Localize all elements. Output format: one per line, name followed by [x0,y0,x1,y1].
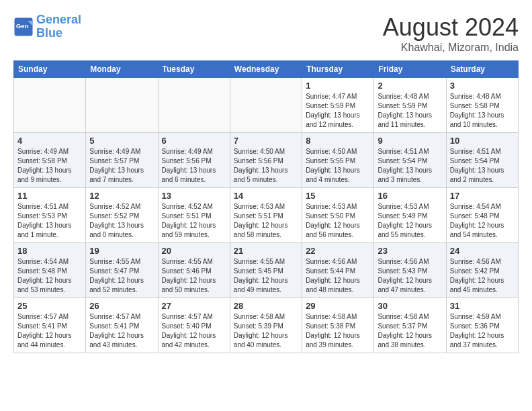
day-info: Sunrise: 4:57 AM Sunset: 5:40 PM Dayligh… [162,312,226,350]
day-number: 10 [450,136,515,146]
logo: Gen General Blue [13,13,81,40]
day-info: Sunrise: 4:50 AM Sunset: 5:56 PM Dayligh… [234,147,298,185]
day-info: Sunrise: 4:54 AM Sunset: 5:48 PM Dayligh… [17,257,82,295]
day-number: 28 [234,301,298,311]
day-info: Sunrise: 4:49 AM Sunset: 5:56 PM Dayligh… [162,147,226,185]
calendar-cell: 27Sunrise: 4:57 AM Sunset: 5:40 PM Dayli… [158,298,230,353]
day-info: Sunrise: 4:55 AM Sunset: 5:45 PM Dayligh… [234,257,298,295]
calendar-cell: 3Sunrise: 4:48 AM Sunset: 5:58 PM Daylig… [446,78,518,133]
logo-icon: Gen [13,17,34,37]
day-info: Sunrise: 4:52 AM Sunset: 5:51 PM Dayligh… [162,202,226,240]
calendar-cell: 24Sunrise: 4:56 AM Sunset: 5:42 PM Dayli… [446,243,518,298]
day-info: Sunrise: 4:58 AM Sunset: 5:38 PM Dayligh… [306,312,370,350]
weekday-header-thursday: Thursday [302,61,374,78]
day-number: 25 [17,301,82,311]
weekday-header-monday: Monday [86,61,158,78]
day-number: 1 [306,81,370,91]
day-info: Sunrise: 4:56 AM Sunset: 5:44 PM Dayligh… [306,257,370,295]
day-number: 5 [89,136,154,146]
day-info: Sunrise: 4:54 AM Sunset: 5:48 PM Dayligh… [450,202,515,240]
week-row-3: 11Sunrise: 4:51 AM Sunset: 5:53 PM Dayli… [14,188,519,243]
day-number: 12 [89,191,154,201]
day-number: 11 [17,191,82,201]
calendar-cell: 12Sunrise: 4:52 AM Sunset: 5:52 PM Dayli… [86,188,158,243]
day-info: Sunrise: 4:49 AM Sunset: 5:58 PM Dayligh… [17,147,82,185]
calendar-cell: 21Sunrise: 4:55 AM Sunset: 5:45 PM Dayli… [230,243,302,298]
day-info: Sunrise: 4:58 AM Sunset: 5:37 PM Dayligh… [378,312,442,350]
day-number: 31 [450,301,515,311]
day-number: 16 [378,191,442,201]
weekday-header-saturday: Saturday [446,61,518,78]
calendar-cell [230,78,302,133]
calendar-cell: 15Sunrise: 4:53 AM Sunset: 5:50 PM Dayli… [302,188,374,243]
month-year-title: August 2024 [383,13,519,42]
day-info: Sunrise: 4:55 AM Sunset: 5:46 PM Dayligh… [162,257,226,295]
calendar-cell: 10Sunrise: 4:51 AM Sunset: 5:54 PM Dayli… [446,133,518,188]
day-number: 29 [306,301,370,311]
calendar-cell: 13Sunrise: 4:52 AM Sunset: 5:51 PM Dayli… [158,188,230,243]
calendar-cell [86,78,158,133]
day-info: Sunrise: 4:53 AM Sunset: 5:51 PM Dayligh… [234,202,298,240]
day-info: Sunrise: 4:48 AM Sunset: 5:58 PM Dayligh… [450,92,515,130]
weekday-header-tuesday: Tuesday [158,61,230,78]
calendar-cell: 19Sunrise: 4:55 AM Sunset: 5:47 PM Dayli… [86,243,158,298]
calendar-cell: 25Sunrise: 4:57 AM Sunset: 5:41 PM Dayli… [14,298,86,353]
day-info: Sunrise: 4:49 AM Sunset: 5:57 PM Dayligh… [89,147,154,185]
day-info: Sunrise: 4:55 AM Sunset: 5:47 PM Dayligh… [89,257,154,295]
calendar-cell: 8Sunrise: 4:50 AM Sunset: 5:55 PM Daylig… [302,133,374,188]
title-section: August 2024 Khawhai, Mizoram, India [383,13,519,54]
day-number: 17 [450,191,515,201]
calendar-table: SundayMondayTuesdayWednesdayThursdayFrid… [13,60,519,353]
day-info: Sunrise: 4:52 AM Sunset: 5:52 PM Dayligh… [89,202,154,240]
calendar-cell: 9Sunrise: 4:51 AM Sunset: 5:54 PM Daylig… [374,133,446,188]
week-row-1: 1Sunrise: 4:47 AM Sunset: 5:59 PM Daylig… [14,78,519,133]
day-number: 23 [378,246,442,256]
day-number: 4 [17,136,82,146]
calendar-cell: 7Sunrise: 4:50 AM Sunset: 5:56 PM Daylig… [230,133,302,188]
calendar-cell: 20Sunrise: 4:55 AM Sunset: 5:46 PM Dayli… [158,243,230,298]
day-number: 13 [162,191,226,201]
calendar-cell: 2Sunrise: 4:48 AM Sunset: 5:59 PM Daylig… [374,78,446,133]
day-number: 19 [89,246,154,256]
day-number: 18 [17,246,82,256]
week-row-5: 25Sunrise: 4:57 AM Sunset: 5:41 PM Dayli… [14,298,519,353]
calendar-cell [14,78,86,133]
day-number: 30 [378,301,442,311]
calendar-cell: 28Sunrise: 4:58 AM Sunset: 5:39 PM Dayli… [230,298,302,353]
day-number: 21 [234,246,298,256]
day-info: Sunrise: 4:56 AM Sunset: 5:43 PM Dayligh… [378,257,442,295]
day-number: 8 [306,136,370,146]
calendar-cell: 11Sunrise: 4:51 AM Sunset: 5:53 PM Dayli… [14,188,86,243]
calendar-cell: 31Sunrise: 4:59 AM Sunset: 5:36 PM Dayli… [446,298,518,353]
day-info: Sunrise: 4:59 AM Sunset: 5:36 PM Dayligh… [450,312,515,350]
day-info: Sunrise: 4:51 AM Sunset: 5:53 PM Dayligh… [17,202,82,240]
day-number: 24 [450,246,515,256]
calendar-cell: 26Sunrise: 4:57 AM Sunset: 5:41 PM Dayli… [86,298,158,353]
day-number: 27 [162,301,226,311]
day-info: Sunrise: 4:58 AM Sunset: 5:39 PM Dayligh… [234,312,298,350]
day-number: 26 [89,301,154,311]
day-info: Sunrise: 4:51 AM Sunset: 5:54 PM Dayligh… [450,147,515,185]
calendar-cell: 30Sunrise: 4:58 AM Sunset: 5:37 PM Dayli… [374,298,446,353]
weekday-header-sunday: Sunday [14,61,86,78]
calendar-cell: 14Sunrise: 4:53 AM Sunset: 5:51 PM Dayli… [230,188,302,243]
day-info: Sunrise: 4:53 AM Sunset: 5:49 PM Dayligh… [378,202,442,240]
weekday-header-wednesday: Wednesday [230,61,302,78]
day-number: 3 [450,81,515,91]
day-number: 2 [378,81,442,91]
day-info: Sunrise: 4:57 AM Sunset: 5:41 PM Dayligh… [17,312,82,350]
calendar-cell: 6Sunrise: 4:49 AM Sunset: 5:56 PM Daylig… [158,133,230,188]
calendar-cell: 18Sunrise: 4:54 AM Sunset: 5:48 PM Dayli… [14,243,86,298]
day-info: Sunrise: 4:50 AM Sunset: 5:55 PM Dayligh… [306,147,370,185]
weekday-header-friday: Friday [374,61,446,78]
header: Gen General Blue August 2024 Khawhai, Mi… [13,13,519,54]
week-row-4: 18Sunrise: 4:54 AM Sunset: 5:48 PM Dayli… [14,243,519,298]
weekday-header-row: SundayMondayTuesdayWednesdayThursdayFrid… [14,61,519,78]
calendar-cell: 23Sunrise: 4:56 AM Sunset: 5:43 PM Dayli… [374,243,446,298]
day-info: Sunrise: 4:57 AM Sunset: 5:41 PM Dayligh… [89,312,154,350]
day-info: Sunrise: 4:56 AM Sunset: 5:42 PM Dayligh… [450,257,515,295]
calendar-cell: 29Sunrise: 4:58 AM Sunset: 5:38 PM Dayli… [302,298,374,353]
day-number: 20 [162,246,226,256]
day-info: Sunrise: 4:48 AM Sunset: 5:59 PM Dayligh… [378,92,442,130]
day-number: 14 [234,191,298,201]
